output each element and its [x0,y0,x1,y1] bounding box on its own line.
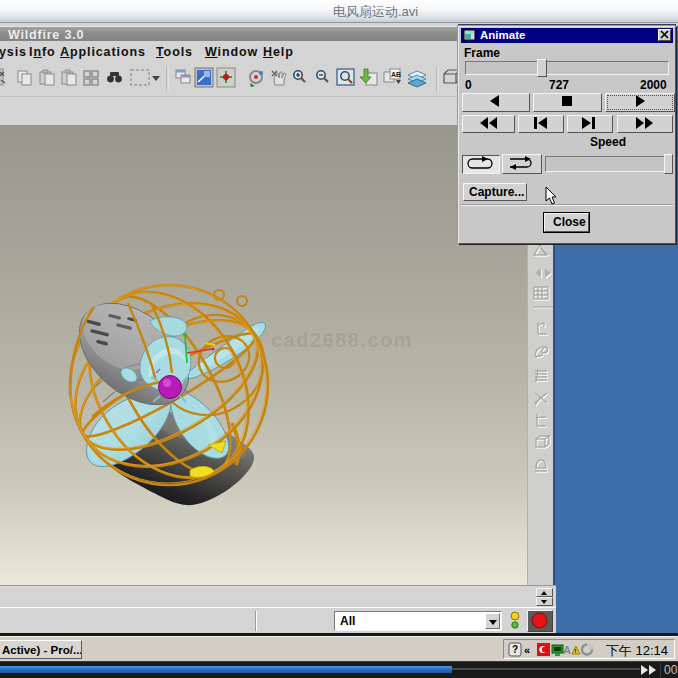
svg-text:?: ? [512,644,518,655]
svg-text:!: ! [575,648,577,654]
svg-text:A: A [563,644,571,656]
svg-text:«: « [524,644,530,656]
svg-text:AB: AB [391,71,401,78]
